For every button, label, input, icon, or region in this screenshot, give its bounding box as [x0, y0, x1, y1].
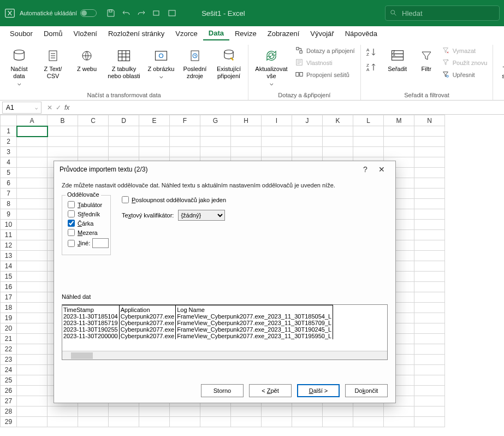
queries-connections-button[interactable]: Dotazy a připojení [293, 45, 357, 57]
text-qualifier-label: Textový kvalifikátor: [122, 212, 174, 219]
text-to-columns-button[interactable]: Text do sloupců [496, 45, 504, 81]
svg-point-4 [391, 10, 395, 14]
svg-rect-17 [296, 73, 299, 76]
from-web-button[interactable]: Z webu [71, 45, 103, 74]
menu-tab-vzorce[interactable]: Vzorce [170, 27, 203, 40]
ribbon-group-label: Dotazy a &připojení [278, 90, 330, 100]
confirm-icon[interactable]: ✓ [56, 104, 61, 111]
delimiter-other-checkbox[interactable]: Jiné: [68, 237, 105, 249]
delimiter-comma-checkbox[interactable]: Čárka [68, 219, 105, 228]
preview-scrollbar[interactable] [62, 351, 387, 360]
svg-point-10 [159, 54, 163, 58]
menu-tab-revize[interactable]: Revize [229, 27, 262, 40]
svg-rect-3 [169, 10, 175, 16]
menu-tab-vložení[interactable]: Vložení [68, 27, 103, 40]
svg-rect-14 [297, 48, 299, 50]
recent-sources-button[interactable]: Poslední zdroje [179, 45, 211, 81]
svg-rect-25 [392, 57, 403, 60]
menu-tab-soubor[interactable]: Soubor [4, 27, 38, 40]
refresh-all-button[interactable]: Aktualizovat vše ⌵ [252, 45, 291, 89]
search-placeholder: Hledat [402, 9, 423, 17]
workbook-links-button[interactable]: Propojení sešitů [293, 69, 357, 81]
delimiter-semicolon-checkbox[interactable]: Středník [68, 209, 105, 219]
delimiter-other-input[interactable] [92, 238, 109, 248]
dialog-description: Zde můžete nastavit oddělovače dat. Náhl… [62, 182, 388, 188]
finish-button[interactable]: Dokončit [345, 384, 388, 397]
title-bar: Automatické ukládání Sešit1 - Excel Hled… [0, 0, 504, 26]
next-button[interactable]: Další > [297, 384, 340, 397]
consecutive-delimiters-checkbox[interactable]: Posloupnost oddělovačů jako jeden [122, 195, 388, 204]
delimiter-tab-checkbox[interactable]: Tabulátor [68, 200, 105, 209]
qat-icon[interactable] [149, 5, 164, 21]
undo-icon[interactable] [118, 5, 134, 21]
cancel-icon[interactable]: ✕ [47, 104, 52, 111]
text-import-wizard-dialog: Průvodce importem textu (2/3) ? ✕ Zde mů… [54, 161, 396, 403]
autosave-toggle[interactable]: Automatické ukládání [20, 9, 97, 17]
svg-rect-1 [109, 10, 112, 12]
from-table-button[interactable]: Z tabulky nebo oblasti [105, 45, 143, 81]
help-button[interactable]: ? [357, 165, 373, 174]
delimiters-fieldset: Oddělovače Tabulátor Středník Čárka Meze… [62, 195, 111, 255]
svg-rect-18 [300, 73, 303, 76]
svg-point-13 [224, 50, 233, 54]
cancel-button[interactable]: Storno [201, 384, 244, 397]
excel-icon [4, 8, 15, 19]
svg-rect-9 [156, 51, 167, 60]
preview-table: TimeStampApplicationLog Name2023-11-30T1… [62, 305, 333, 339]
svg-point-28 [446, 75, 448, 78]
menu-tab-domů[interactable]: Domů [38, 27, 68, 40]
back-button[interactable]: < Zpět [249, 384, 292, 397]
ribbon: Načíst data ⌵ Z Text/ CSV Z webu Z tabul… [0, 42, 504, 101]
name-box[interactable]: A1⌵ [2, 102, 41, 114]
svg-rect-2 [153, 11, 159, 15]
from-text-csv-button[interactable]: Z Text/ CSV [37, 45, 69, 81]
svg-text:A: A [366, 67, 370, 72]
properties-button: Vlastnosti [293, 57, 357, 69]
clear-filter-button: Vymazat [440, 45, 490, 57]
preview-box: TimeStampApplicationLog Name2023-11-30T1… [62, 304, 388, 360]
sort-asc-button[interactable]: AZ [366, 47, 377, 59]
from-picture-button[interactable]: Z obrázku ⌵ [145, 45, 177, 81]
dialog-title: Průvodce importem textu (2/3) [60, 166, 147, 173]
dialog-titlebar[interactable]: Průvodce importem textu (2/3) ? ✕ [54, 161, 395, 178]
autosave-label: Automatické ukládání [20, 10, 77, 16]
menu-tab-data[interactable]: Data [203, 27, 229, 40]
close-button[interactable]: ✕ [373, 165, 390, 174]
fx-icon[interactable]: fx [64, 104, 69, 111]
advanced-filter-button[interactable]: Upřesnit [440, 69, 490, 81]
existing-connections-button[interactable]: Existující připojení [213, 45, 245, 81]
svg-point-5 [14, 50, 25, 54]
redo-icon[interactable] [134, 5, 149, 21]
svg-text:A: A [393, 54, 395, 57]
text-qualifier-select[interactable]: {žádný} [178, 210, 225, 221]
sort-desc-button[interactable]: ZA [366, 62, 377, 74]
formula-bar: A1⌵ ✕ ✓ fx [0, 101, 504, 115]
svg-rect-15 [300, 51, 302, 53]
qat-icon2[interactable] [164, 5, 180, 21]
sort-button[interactable]: ZASeřadit [382, 45, 413, 74]
reapply-button: Použít znovu [440, 57, 490, 69]
menu-tab-rozložení stránky[interactable]: Rozložení stránky [103, 27, 170, 40]
menu-tab-nápověda[interactable]: Nápověda [340, 27, 383, 40]
get-data-button[interactable]: Načíst data ⌵ [3, 45, 35, 89]
document-title: Sešit1 - Excel [201, 9, 245, 17]
menu-tab-vývojář[interactable]: Vývojář [305, 27, 339, 40]
delimiters-legend: Oddělovače [66, 191, 101, 198]
search-box[interactable]: Hledat [385, 5, 500, 21]
svg-rect-8 [118, 51, 130, 61]
ribbon-group-label: Načíst a transformovat data [87, 90, 161, 100]
preview-label: Náhled dat [62, 293, 388, 300]
ribbon-group-label: Seřadit a filtrovat [404, 90, 449, 100]
save-icon[interactable] [103, 5, 118, 21]
filter-button[interactable]: Filtr [416, 45, 437, 74]
delimiter-space-checkbox[interactable]: Mezera [68, 228, 105, 237]
menu-bar: SouborDomůVloženíRozložení stránkyVzorce… [0, 26, 504, 42]
search-icon [390, 9, 398, 17]
menu-tab-zobrazení[interactable]: Zobrazení [262, 27, 305, 40]
svg-text:Z: Z [366, 52, 369, 57]
